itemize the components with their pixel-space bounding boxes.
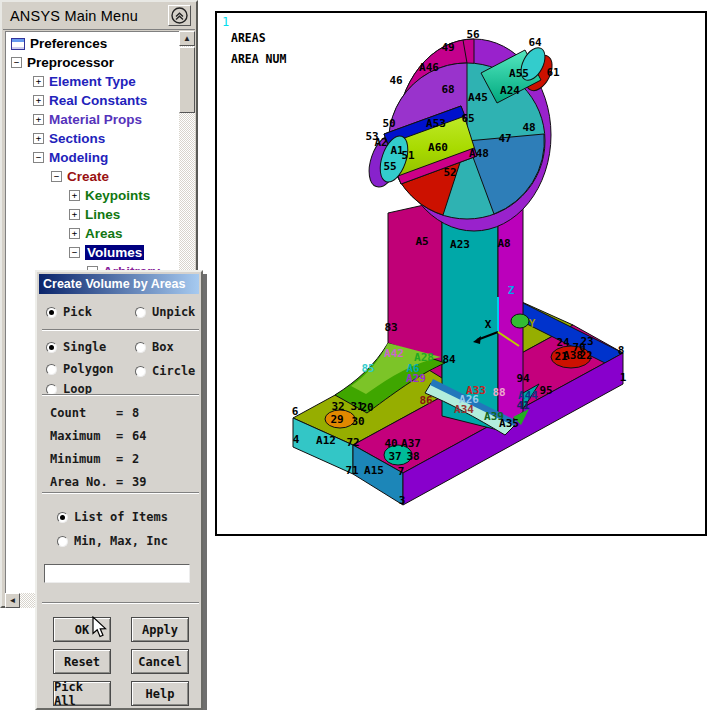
area-label: X <box>485 318 492 331</box>
radio-min-max-inc[interactable]: Min, Max, Inc <box>57 534 168 548</box>
radio-box[interactable]: Box <box>135 340 174 354</box>
menu-title: ANSYS Main Menu <box>3 8 138 24</box>
tree-item-label: Sections <box>49 131 105 146</box>
help-button[interactable]: Help <box>131 681 189 706</box>
radio-unpick[interactable]: Unpick <box>135 305 195 319</box>
radio-dot <box>135 342 146 353</box>
separator <box>42 329 199 331</box>
tree-expander-icon[interactable]: + <box>69 190 80 201</box>
area-label: 4 <box>293 433 300 446</box>
menu-item-modeling[interactable]: − Modeling <box>5 148 179 167</box>
tree-expander-icon[interactable]: − <box>69 247 80 258</box>
radio-dot <box>57 536 68 547</box>
area-label: 20 <box>360 401 373 414</box>
radio-label: Box <box>152 340 174 354</box>
area-label: 94 <box>516 372 529 385</box>
cancel-button[interactable]: Cancel <box>131 649 189 674</box>
dialog-titlebar[interactable]: Create Volume by Areas <box>39 274 199 294</box>
tree-item-label: Areas <box>85 226 123 241</box>
area-label: 47 <box>498 132 511 145</box>
area-label: 71 <box>345 464 358 477</box>
scrollbar-thumb[interactable] <box>179 47 195 113</box>
tree-item-label: Keypoints <box>85 188 150 203</box>
ok-button[interactable]: OK <box>53 617 111 642</box>
radio-dot <box>135 366 146 377</box>
tree-expander-icon[interactable]: − <box>33 152 44 163</box>
area-label: Y <box>529 317 536 330</box>
radio-list-of-items[interactable]: List of Items <box>57 510 168 524</box>
menu-item-sections[interactable]: + Sections <box>5 129 179 148</box>
separator <box>42 492 199 494</box>
radio-label: Single <box>63 340 106 354</box>
graphics-window: 1 AREAS AREA NUM <box>215 11 707 536</box>
stat-row: Minimum = 2 <box>50 452 139 466</box>
stat-equals: = <box>116 429 132 443</box>
radio-circle[interactable]: Circle <box>135 364 195 378</box>
pick-list-input[interactable] <box>44 564 190 583</box>
menu-item-real-constants[interactable]: + Real Constants <box>5 91 179 110</box>
create-volume-by-areas-dialog: Create Volume by Areas Pick Unpick Singl… <box>35 270 203 710</box>
area-label: A23 <box>450 238 470 251</box>
radio-label: Min, Max, Inc <box>74 534 168 548</box>
tree-item-label: Create <box>67 169 109 184</box>
area-label: 37 <box>388 450 401 463</box>
area-label: 86 <box>419 394 432 407</box>
tree-expander-icon[interactable]: + <box>69 228 80 239</box>
area-label: 48 <box>522 121 535 134</box>
area-label: 38 <box>406 450 419 463</box>
apply-button[interactable]: Apply <box>131 617 189 642</box>
stat-row: Maximum = 64 <box>50 429 146 443</box>
area-label: 95 <box>539 384 552 397</box>
menu-item-preprocessor[interactable]: − Preprocessor <box>5 53 179 72</box>
area-label: 55 <box>383 160 396 173</box>
tree-expander-icon[interactable]: − <box>51 171 62 182</box>
area-label: A2 <box>374 136 387 149</box>
separator <box>42 394 199 396</box>
menu-item-volumes[interactable]: − Volumes <box>5 243 179 262</box>
reset-button[interactable]: Reset <box>53 649 111 674</box>
stat-label: Minimum <box>50 452 116 466</box>
area-label: 41 <box>516 399 529 412</box>
scroll-left-button[interactable]: ◄ <box>5 593 20 608</box>
tree-expander-icon[interactable] <box>11 38 25 50</box>
menu-item-preferences[interactable]: Preferences <box>5 34 179 53</box>
radio-dot <box>46 384 57 395</box>
collapse-menu-button[interactable] <box>168 5 191 26</box>
area-label: A29 <box>406 372 426 385</box>
pick-all-button[interactable]: Pick All <box>53 681 111 706</box>
radio-polygon[interactable]: Polygon <box>46 362 114 376</box>
menu-item-keypoints[interactable]: + Keypoints <box>5 186 179 205</box>
area-label: A48 <box>469 147 489 160</box>
menu-item-areas[interactable]: + Areas <box>5 224 179 243</box>
menu-item-material-props[interactable]: + Material Props <box>5 110 179 129</box>
tree-item-label: Material Props <box>49 112 142 127</box>
tree-expander-icon[interactable]: − <box>11 57 22 68</box>
area-label: 3 <box>399 494 406 507</box>
stat-equals: = <box>116 475 132 489</box>
radio-label: Unpick <box>152 305 195 319</box>
menu-item-create[interactable]: − Create <box>5 167 179 186</box>
radio-label: List of Items <box>74 510 168 524</box>
tree-expander-icon[interactable]: + <box>33 95 44 106</box>
tree-expander-icon[interactable]: + <box>33 76 44 87</box>
menu-item-lines[interactable]: + Lines <box>5 205 179 224</box>
area-label: A34 <box>454 403 474 416</box>
area-label: 65 <box>461 112 474 125</box>
area-labels-layer: 56 49 64 61 A46 46 A55 68 A45 A24 A53 65… <box>217 13 705 533</box>
scroll-up-button[interactable]: ▲ <box>179 31 195 46</box>
tree-expander-icon[interactable]: + <box>33 133 44 144</box>
radio-pick[interactable]: Pick <box>46 305 92 319</box>
area-label: 24 <box>556 336 569 349</box>
area-label: A24 <box>500 84 520 97</box>
menu-item-element-type[interactable]: + Element Type <box>5 72 179 91</box>
area-label: Z <box>508 284 515 297</box>
area-label: 6 <box>292 405 299 418</box>
tree-expander-icon[interactable]: + <box>69 209 80 220</box>
menu-titlebar[interactable]: ANSYS Main Menu <box>3 3 195 30</box>
tree-item-label: Modeling <box>49 150 108 165</box>
tree-expander-icon[interactable]: + <box>33 114 44 125</box>
stat-row: Count = 8 <box>50 406 139 420</box>
stat-label: Maximum <box>50 429 116 443</box>
radio-single[interactable]: Single <box>46 340 106 354</box>
dialog-buttons: OK Apply Reset Cancel Pick All Help <box>53 617 187 706</box>
